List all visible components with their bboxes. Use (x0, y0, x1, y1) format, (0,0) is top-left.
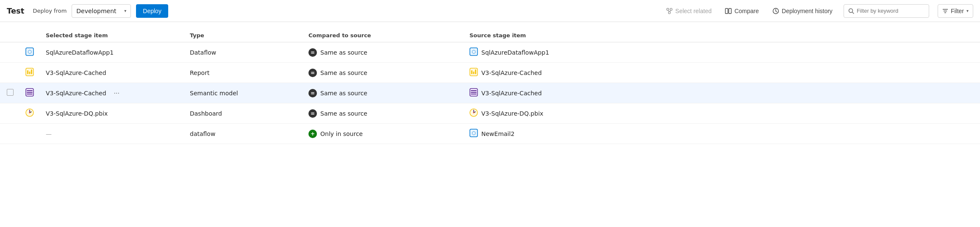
row-source-item: ⬡ NewEmail2 (464, 124, 980, 144)
svg-text:⬡: ⬡ (28, 49, 32, 55)
row-source-icon (469, 88, 478, 98)
row-item-icon-cell (20, 83, 41, 103)
row-item-name-text: SqlAzureDataflowApp1 (46, 49, 114, 56)
table-body: ⬡ SqlAzureDataflowApp1Dataflow = Same as… (0, 42, 980, 144)
svg-rect-6 (729, 8, 731, 14)
row-source-name: SqlAzureDataflowApp1 (481, 49, 549, 56)
row-item-name: V3-SqlAzure-DQ.pbix (41, 103, 185, 124)
row-item-icon (25, 111, 34, 118)
table-row: —dataflow + Only in source ⬡ NewEmail2 (0, 124, 980, 144)
svg-rect-23 (473, 72, 475, 74)
filter-button[interactable]: Filter ▾ (938, 4, 973, 18)
svg-rect-22 (471, 70, 472, 74)
items-table: Selected stage item Type Compared to sou… (0, 29, 980, 144)
table-row: ⬡ SqlAzureDataflowApp1Dataflow = Same as… (0, 42, 980, 63)
th-type: Type (185, 29, 303, 42)
row-type: Dashboard (185, 103, 303, 124)
svg-rect-27 (27, 92, 33, 93)
filter-chevron-icon: ▾ (966, 8, 969, 13)
row-source-item: V3-SqlAzure-Cached (464, 83, 980, 103)
row-status-label: Only in source (320, 130, 363, 137)
select-related-label: Select related (675, 8, 712, 14)
row-compared-status: + Only in source (303, 124, 464, 144)
svg-rect-18 (27, 70, 28, 74)
row-status-label: Same as source (320, 110, 367, 117)
row-checkbox-cell (0, 63, 20, 83)
svg-text:⬡: ⬡ (472, 49, 476, 55)
row-source-item: V3-SqlAzure-DQ.pbix (464, 103, 980, 124)
svg-rect-30 (471, 90, 477, 91)
row-source-name: NewEmail2 (481, 130, 514, 137)
row-item-icon-cell: ⬡ (20, 42, 41, 63)
row-status-label: Same as source (320, 69, 367, 76)
row-item-icon: ⬡ (25, 50, 34, 57)
compare-button[interactable]: Compare (722, 6, 761, 16)
equal-status-icon: = (308, 48, 317, 57)
search-input[interactable] (857, 8, 924, 14)
th-icon (20, 29, 41, 42)
select-related-button[interactable]: Select related (664, 6, 714, 16)
row-checkbox[interactable] (7, 89, 14, 96)
deploy-select-value: Development (76, 8, 122, 14)
svg-rect-5 (725, 8, 728, 14)
search-icon (848, 8, 854, 14)
deployment-history-label: Deployment history (782, 8, 833, 14)
row-checkbox-cell (0, 103, 20, 124)
page-title: Test (7, 6, 24, 15)
chevron-down-icon: ▾ (124, 8, 126, 13)
row-type: Dataflow (185, 42, 303, 63)
row-source-name: V3-SqlAzure-DQ.pbix (481, 110, 543, 117)
row-type: Semantic model (185, 83, 303, 103)
svg-line-3 (668, 10, 669, 11)
svg-line-9 (852, 12, 854, 14)
row-item-name-text: V3-SqlAzure-Cached (46, 90, 106, 97)
th-source: Source stage item (464, 29, 980, 42)
deploy-from-select[interactable]: Development ▾ (72, 4, 131, 18)
svg-line-4 (669, 10, 671, 11)
only-in-source-status-icon: + (308, 130, 317, 138)
row-checkbox-cell (0, 124, 20, 144)
svg-rect-19 (29, 72, 31, 74)
svg-text:⬡: ⬡ (472, 130, 476, 136)
svg-rect-24 (475, 69, 476, 74)
row-item-icon-cell (20, 124, 41, 144)
table-row: V3-SqlAzure-Cached ··· Semantic model = … (0, 83, 980, 103)
deploy-button[interactable]: Deploy (136, 4, 168, 18)
row-status-label: Same as source (320, 49, 367, 56)
table-container: Selected stage item Type Compared to sou… (0, 22, 980, 144)
row-type: Report (185, 63, 303, 83)
deploy-from-label: Deploy from (33, 8, 67, 14)
row-item-name: V3-SqlAzure-Cached ··· (41, 83, 185, 103)
row-status-label: Same as source (320, 90, 367, 97)
row-item-icon-cell (20, 63, 41, 83)
row-source-icon (469, 108, 478, 118)
toolbar: Test Deploy from Development ▾ Deploy Se… (0, 0, 980, 22)
row-type: dataflow (185, 124, 303, 144)
row-item-icon (25, 71, 34, 78)
deployment-history-button[interactable]: Deployment history (770, 6, 835, 16)
equal-status-icon: = (308, 109, 317, 118)
row-source-item: V3-SqlAzure-Cached (464, 63, 980, 83)
row-source-icon (469, 68, 478, 78)
svg-point-0 (666, 8, 669, 10)
th-selected-item: Selected stage item (41, 29, 185, 42)
history-icon (772, 8, 779, 14)
row-source-item: ⬡ SqlAzureDataflowApp1 (464, 42, 980, 63)
svg-point-36 (473, 112, 475, 114)
compare-label: Compare (734, 8, 759, 14)
row-more-button[interactable]: ··· (111, 89, 122, 98)
svg-point-34 (29, 112, 31, 114)
table-row: V3-SqlAzure-DQ.pbixDashboard = Same as s… (0, 103, 980, 124)
row-item-icon (25, 91, 34, 98)
row-item-name: — (41, 124, 185, 144)
search-box[interactable] (844, 4, 929, 18)
toolbar-actions: Select related Compare Deployment histor… (664, 4, 973, 18)
row-compared-status: = Same as source (303, 63, 464, 83)
row-compared-status: = Same as source (303, 42, 464, 63)
row-item-name-text: V3-SqlAzure-DQ.pbix (46, 110, 108, 117)
svg-point-1 (670, 8, 672, 10)
table-header-row: Selected stage item Type Compared to sou… (0, 29, 980, 42)
svg-point-2 (668, 11, 670, 14)
row-item-icon-cell (20, 103, 41, 124)
svg-rect-20 (31, 69, 32, 74)
